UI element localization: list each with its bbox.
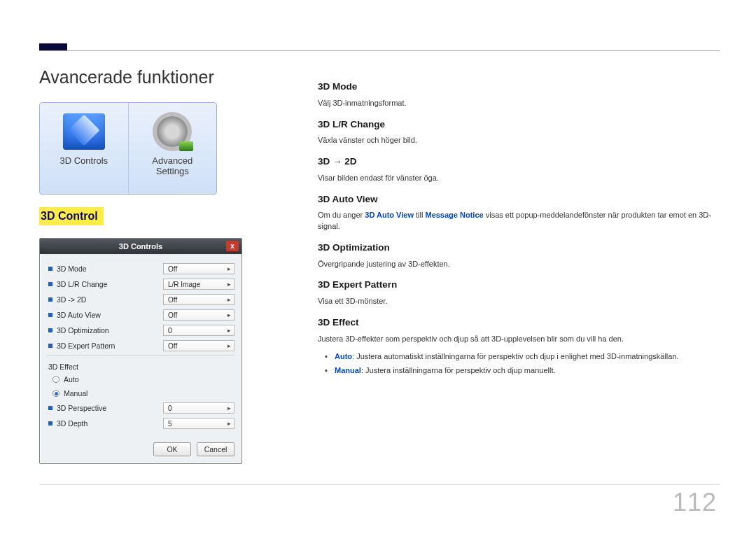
radio-icon[interactable] (52, 390, 59, 397)
bullet-list-3d-effect: Auto: Justera automatiskt inställningarn… (318, 351, 724, 377)
tile-adv-line1: Advanced (152, 155, 192, 166)
footer-rule (39, 484, 720, 485)
heading-3d-to-2d: 3D → 2D (318, 155, 724, 169)
feature-tiles: 3D Controls Advanced Settings (39, 102, 217, 195)
row-label: 3D Expert Pattern (57, 342, 163, 350)
row-label: 3D Auto View (57, 311, 163, 319)
list-item: Auto: Justera automatiskt inställningarn… (335, 351, 724, 363)
heading-3d-auto-view: 3D Auto View (318, 192, 724, 206)
dialog-buttons: OK Cancel (40, 437, 241, 463)
section-heading-3d-control: 3D Control (39, 207, 104, 225)
desc-3d-mode: Välj 3D-inmatningsformat. (318, 98, 724, 109)
radio-auto-label: Auto (64, 375, 79, 384)
radio-auto-row[interactable]: Auto (47, 372, 234, 386)
radio-manual-row[interactable]: Manual (47, 386, 234, 400)
row-value[interactable]: 0 (163, 325, 234, 336)
page-number: 112 (673, 488, 717, 517)
desc-3d-expert-pattern: Visa ett 3D-mönster. (318, 296, 724, 307)
tile-advanced-settings[interactable]: Advanced Settings (129, 103, 217, 194)
row-value[interactable]: 0 (163, 402, 234, 414)
row-label: 3D Mode (57, 265, 163, 273)
dialog-title: 3D Controls (119, 242, 162, 251)
row-3d-depth: 3D Depth5 (47, 416, 234, 431)
desc-3d-auto-view: Om du anger 3D Auto View till Message No… (318, 210, 724, 232)
row-3d-mode: 3D ModeOff (47, 261, 234, 276)
tile-adv-line2: Settings (156, 166, 189, 176)
group-3d-effect: 3D Effect Auto Manual 3D Perspective0 3D… (47, 355, 234, 431)
row-label: 3D -> 2D (57, 295, 163, 304)
row-label: 3D Perspective (57, 404, 163, 412)
inline-term-manual: Manual (335, 366, 361, 374)
ok-button[interactable]: OK (153, 442, 191, 456)
row-3d-perspective: 3D Perspective0 (47, 400, 234, 416)
desc-3d-lr-change: Växla vänster och höger bild. (318, 135, 724, 146)
row-3d-lr-change: 3D L/R ChangeL/R Image (47, 276, 234, 292)
row-3d-to-2d: 3D -> 2DOff (47, 292, 234, 307)
inline-term-message-notice: Message Notice (425, 211, 483, 219)
left-column: 3D Controls Advanced Settings 3D Control… (39, 102, 242, 464)
gear-icon (147, 110, 197, 153)
right-column: 3D Mode Välj 3D-inmatningsformat. 3D L/R… (318, 71, 724, 379)
text-fragment: : Justera automatiskt inställningarna fö… (352, 352, 679, 360)
row-label: 3D L/R Change (57, 280, 163, 288)
header-accent (39, 43, 67, 50)
row-label: 3D Optimization (57, 326, 163, 335)
row-label: 3D Depth (57, 419, 163, 428)
heading-3d-expert-pattern: 3D Expert Pattern (318, 278, 724, 292)
inline-term-auto: Auto (335, 352, 352, 360)
heading-3d-mode: 3D Mode (318, 80, 724, 94)
dialog-titlebar: 3D Controls x (40, 239, 241, 254)
desc-3d-to-2d: Visar bilden endast för vänster öga. (318, 173, 724, 184)
radio-icon[interactable] (52, 376, 59, 383)
page-title: Avancerade funktioner (39, 67, 214, 87)
inline-term-3d-auto-view: 3D Auto View (365, 211, 414, 219)
heading-3d-optimization: 3D Optimization (318, 241, 724, 255)
row-3d-optimization: 3D Optimization0 (47, 323, 234, 338)
row-3d-expert-pattern: 3D Expert PatternOff (47, 338, 234, 353)
row-value[interactable]: L/R Image (163, 279, 234, 290)
row-value[interactable]: Off (163, 340, 234, 351)
row-value[interactable]: 5 (163, 418, 234, 429)
heading-3d-lr-change: 3D L/R Change (318, 118, 724, 132)
dialog-3d-controls: 3D Controls x 3D ModeOff 3D L/R ChangeL/… (39, 238, 242, 464)
text-fragment: : Justera inställningarna för perspektiv… (361, 366, 556, 374)
text-fragment: till (416, 211, 425, 219)
desc-3d-effect: Justera 3D-effekter som perspektiv och d… (318, 334, 724, 345)
row-value[interactable]: Off (163, 263, 234, 274)
cube-icon (59, 110, 109, 153)
list-item: Manual: Justera inställningarna för pers… (335, 365, 724, 377)
row-value[interactable]: Off (163, 294, 234, 305)
row-3d-auto-view: 3D Auto ViewOff (47, 307, 234, 323)
desc-3d-optimization: Övergripande justering av 3D-effekten. (318, 259, 724, 270)
tile-3d-controls-label: 3D Controls (59, 156, 108, 167)
row-value[interactable]: Off (163, 309, 234, 321)
group-label-3d-effect: 3D Effect (48, 363, 234, 371)
dialog-body: 3D ModeOff 3D L/R ChangeL/R Image 3D -> … (40, 254, 241, 437)
heading-3d-effect: 3D Effect (318, 316, 724, 330)
tile-advanced-settings-label: Advanced Settings (152, 156, 192, 177)
tile-3d-controls[interactable]: 3D Controls (40, 103, 129, 194)
header-rule (39, 50, 720, 51)
cancel-button[interactable]: Cancel (197, 442, 234, 456)
text-fragment: Om du anger (318, 211, 365, 219)
radio-manual-label: Manual (64, 389, 88, 398)
close-icon[interactable]: x (226, 241, 239, 251)
